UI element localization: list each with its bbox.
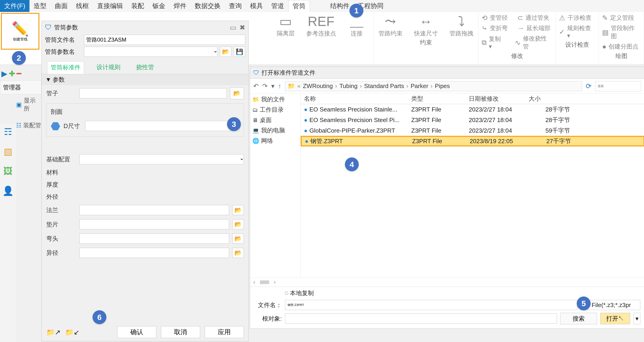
params-tabs: 管筒标准件 设计规则 挠性管 [42,60,248,65]
menu-item[interactable]: 焊件 [170,0,191,12]
dim-icon: ↔ [419,13,433,29]
param-name-label: 管筒参数名 [45,48,82,56]
seg-icon: ✎ [602,14,608,22]
create-pipe-label: 创建管线 [13,37,28,42]
menu-item[interactable]: 曲面 [51,0,72,12]
group-label: 约束 [376,37,476,46]
tube-params-dialog: 🛡 管筒参数 ▭ ✖ 管筒文件名 管筒参数名 📂 💾 管筒标准件 设计规则 挠性… [42,21,249,65]
menu-item[interactable]: 模具 [246,0,267,12]
copy-icon: ⧉ [482,39,486,47]
menu-item[interactable]: 线框 [72,0,93,12]
drag-icon: ⤵ [458,13,465,29]
change-dia-icon: ⟲ [482,14,488,22]
ribbon-route-constraint[interactable]: ⤳管路约束 [376,13,406,37]
menu-item[interactable]: 造型 [30,0,51,12]
menu-item-tubing[interactable]: 管筒 [288,0,310,12]
ribbon-define-seg[interactable]: ✎定义管段 [601,13,642,22]
step-badge-1: 1 [350,4,363,17]
ribbon-seg-drawing[interactable]: ▤管段制作图 [601,24,642,41]
ribbon-through-clamp[interactable]: ⊂通过管夹 [516,13,551,22]
ribbon-interference[interactable]: ⚠干涉检查 [558,13,597,22]
tab-flexible[interactable]: 挠性管 [133,61,157,65]
interference-icon: ⚠ [559,14,565,22]
rule-icon: ✓ [559,28,565,36]
file-name-input[interactable] [84,35,245,45]
menu-file[interactable]: 文件(F) [0,0,30,12]
menu-item[interactable]: 装配 [127,0,148,12]
menu-item[interactable]: 管道 [267,0,288,12]
minimize-icon[interactable]: ▭ [230,23,236,31]
ref-point-icon: REF [308,13,334,29]
isolation-icon: ▭ [279,13,292,29]
step-badge-2: 2 [12,51,26,65]
ribbon-route-drag[interactable]: ⤵管路拖拽 [446,13,476,37]
ribbon-quick-dim[interactable]: ↔快速尺寸 [411,13,441,37]
menu-item[interactable]: 钣金 [148,0,170,12]
tab-design-rules[interactable]: 设计规则 [93,61,124,65]
ribbon-extend-end[interactable]: →延长端部 [516,24,552,33]
ribbon-ref-point[interactable]: REF参考连接点 [306,13,336,37]
flex-icon: ∿ [515,39,520,47]
file-name-label: 管筒文件名 [45,36,82,44]
menu-item[interactable]: 数据交换 [191,0,225,12]
ribbon-copy[interactable]: ⧉复制 ▾ [480,34,506,51]
dialog-icon: 🛡 [45,23,52,31]
split-icon: ● [602,43,606,51]
save-icon: 💾 [236,48,243,55]
ribbon-change-bend[interactable]: ⤷变折弯 [480,24,509,33]
clamp-icon: ⊂ [517,14,523,22]
dialog-titlebar: 🛡 管筒参数 ▭ ✖ [42,21,248,34]
create-pipe-icon: ✏️ [12,21,29,37]
create-pipe-button[interactable]: ✏️ 创建管线 [1,13,39,50]
ribbon-rule-check[interactable]: ✓规则检查 ▾ [558,24,597,40]
param-name-select[interactable] [84,47,218,57]
extend-icon: → [517,24,524,32]
menu-item[interactable]: 直接编辑 [93,0,127,12]
bend-icon: ⤷ [482,24,488,32]
ribbon-isolation[interactable]: ▭隔离层 [271,13,301,37]
ribbon-change-dia[interactable]: ⟲变管径 [480,13,509,22]
menu-item[interactable]: 查询 [225,0,246,12]
group-label: 绘图 [601,51,642,60]
constraint-icon: ⤳ [385,13,396,29]
drawing-icon: ▤ [602,28,608,36]
close-icon[interactable]: ✖ [240,23,245,31]
tab-standard-parts[interactable]: 管筒标准件 [47,61,84,65]
dialog-title: 管筒参数 [54,23,78,31]
group-label: 修改 [480,51,554,60]
group-label: 设计检查 [558,40,597,49]
ribbon-split-point[interactable]: ●创建分图点 [601,42,642,51]
folder-icon: 📂 [222,48,229,55]
menubar: 文件(F) 造型 曲面 线框 直接编辑 装配 钣金 焊件 数据交换 查询 模具 … [0,0,644,12]
save-button[interactable]: 💾 [234,47,245,57]
ribbon-mod-flex[interactable]: ∿修改挠性管 [514,34,554,51]
open-folder-button[interactable]: 📂 [220,47,232,57]
